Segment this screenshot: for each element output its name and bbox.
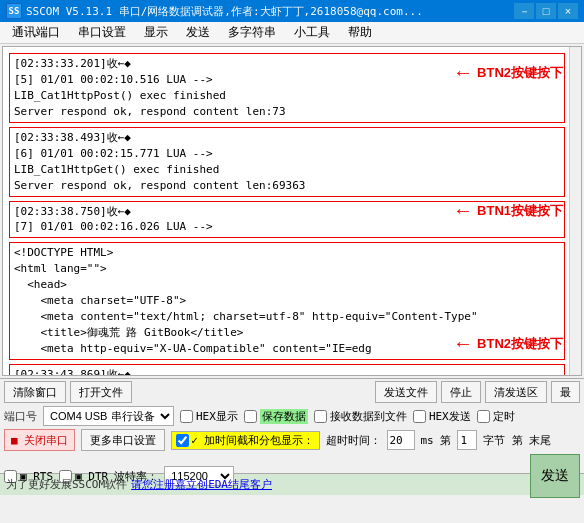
- title-bar: SS SSCOM V5.13.1 串口/网络数据调试器,作者:大虾丁丁,2618…: [0, 0, 584, 22]
- app-icon: SS: [6, 3, 22, 19]
- title-bar-controls: － □ ×: [514, 3, 578, 19]
- byte-suffix: 字节 第: [483, 433, 523, 448]
- timer-group: 定时: [477, 409, 515, 424]
- timer-checkbox[interactable]: [477, 410, 490, 423]
- log-line: LIB_Cat1HttpGet() exec finished: [14, 162, 560, 178]
- annotation-btn1-text: BTN1按键按下: [477, 202, 563, 220]
- send-button[interactable]: 发送: [530, 454, 580, 498]
- menu-serial-settings[interactable]: 串口设置: [70, 22, 134, 43]
- toolbar-row1: 清除窗口 打开文件 发送文件 停止 清发送区 最: [4, 381, 580, 403]
- ms-label: ms 第: [421, 433, 452, 448]
- log-line: Server respond ok, respond content len:7…: [14, 104, 560, 120]
- annotation-btn2-bottom-text: BTN2按键按下: [477, 335, 563, 353]
- minimize-button[interactable]: －: [514, 3, 534, 19]
- html-line: <!DOCTYPE HTML>: [14, 245, 560, 261]
- receive-file-checkbox[interactable]: [314, 410, 327, 423]
- byte-input[interactable]: [457, 430, 477, 450]
- menu-send[interactable]: 发送: [178, 22, 218, 43]
- hex-send-group: HEX发送: [413, 409, 471, 424]
- stop-button[interactable]: 停止: [441, 381, 481, 403]
- maximize-button[interactable]: □: [536, 3, 556, 19]
- app-icon-text: SS: [9, 6, 20, 16]
- open-file-button[interactable]: 打开文件: [70, 381, 132, 403]
- menu-bar: 通讯端口 串口设置 显示 发送 多字符串 小工具 帮助: [0, 22, 584, 44]
- timestamp-group: ✓ 加时间截和分包显示：: [171, 431, 319, 450]
- html-line: <meta content="text/html; charset=utf-8"…: [14, 309, 560, 325]
- annotation-btn1: ← BTN1按键按下: [453, 199, 563, 222]
- receive-file-group: 接收数据到文件: [314, 409, 407, 424]
- arrow-left-icon-2: ←: [453, 199, 473, 222]
- timeout-input[interactable]: [387, 430, 415, 450]
- clear-window-button[interactable]: 清除窗口: [4, 381, 66, 403]
- log-block-2: [02:33:38.493]收←◆ [6] 01/01 00:02:15.771…: [9, 127, 565, 197]
- port-label: 端口号: [4, 409, 37, 424]
- menu-display[interactable]: 显示: [136, 22, 176, 43]
- hex-display-checkbox[interactable]: [180, 410, 193, 423]
- log-line: [02:33:38.493]收←◆: [14, 130, 560, 146]
- save-data-checkbox[interactable]: [244, 410, 257, 423]
- title-text: SSCOM V5.13.1 串口/网络数据调试器,作者:大虾丁丁,2618058…: [26, 4, 423, 19]
- scrollbar[interactable]: [569, 47, 581, 375]
- hex-send-checkbox[interactable]: [413, 410, 426, 423]
- status-link[interactable]: 请您注册嘉立创EDA结尾客户: [131, 477, 272, 492]
- html-line: <html lang="">: [14, 261, 560, 277]
- annotation-btn2-bottom: ← BTN2按键按下: [453, 332, 563, 355]
- end-label: 末尾: [529, 433, 551, 448]
- send-file-button[interactable]: 发送文件: [375, 381, 437, 403]
- arrow-left-icon-1: ←: [453, 61, 473, 84]
- close-port-button[interactable]: ■ 关闭串口: [4, 429, 75, 451]
- menu-tools[interactable]: 小工具: [286, 22, 338, 43]
- html-line: <meta charset="UTF-8">: [14, 293, 560, 309]
- hex-display-group: HEX显示: [180, 409, 238, 424]
- save-data-label: 保存数据: [260, 409, 308, 424]
- log-line: Server respond ok, respond content len:6…: [14, 178, 560, 194]
- log-line: [02:33:43.869]收←◆: [14, 367, 560, 375]
- log-line: LIB_Cat1HttpPost() exec finished: [14, 88, 560, 104]
- console-wrapper: [02:33:33.201]收←◆ [5] 01/01 00:02:10.516…: [2, 46, 582, 376]
- save-data-group: 保存数据: [244, 409, 308, 424]
- status-text: 为了更好发展SSCOM软件: [6, 477, 127, 492]
- arrow-left-icon-3: ←: [453, 332, 473, 355]
- status-bar: 为了更好发展SSCOM软件 请您注册嘉立创EDA结尾客户: [0, 473, 584, 495]
- menu-comm-port[interactable]: 通讯端口: [4, 22, 68, 43]
- bottom-toolbar: 清除窗口 打开文件 发送文件 停止 清发送区 最 端口号 COM4 USB 串行…: [0, 378, 584, 473]
- annotation-btn2-top-text: BTN2按键按下: [477, 64, 563, 82]
- log-line: [6] 01/01 00:02:15.771 LUA -->: [14, 146, 560, 162]
- timestamp-label: ✓ 加时间截和分包显示：: [191, 433, 314, 448]
- hex-display-label: HEX显示: [196, 409, 238, 424]
- menu-help[interactable]: 帮助: [340, 22, 380, 43]
- toolbar-row2: 端口号 COM4 USB 串行设备 HEX显示 保存数据 接收数据到文件 HEX…: [4, 406, 580, 426]
- timeout-label: 超时时间：: [326, 433, 381, 448]
- clear-send-button[interactable]: 清发送区: [485, 381, 547, 403]
- toolbar-row3: ■ 关闭串口 更多串口设置 ✓ 加时间截和分包显示： 超时时间： ms 第 字节…: [4, 429, 580, 451]
- title-bar-left: SS SSCOM V5.13.1 串口/网络数据调试器,作者:大虾丁丁,2618…: [6, 3, 423, 19]
- receive-file-label: 接收数据到文件: [330, 409, 407, 424]
- timer-label: 定时: [493, 409, 515, 424]
- close-button[interactable]: ×: [558, 3, 578, 19]
- finished-text: finished: [173, 89, 226, 102]
- menu-multi-string[interactable]: 多字符串: [220, 22, 284, 43]
- html-line: <head>: [14, 277, 560, 293]
- port-select[interactable]: COM4 USB 串行设备: [43, 406, 174, 426]
- hex-send-label: HEX发送: [429, 409, 471, 424]
- more-settings-button[interactable]: 更多串口设置: [81, 429, 165, 451]
- annotation-btn2-top: ← BTN2按键按下: [453, 61, 563, 84]
- timestamp-checkbox[interactable]: [176, 434, 189, 447]
- log-block-4: [02:33:43.869]收←◆ [7] 01/01 00:02:20.901…: [9, 364, 565, 375]
- max-button[interactable]: 最: [551, 381, 580, 403]
